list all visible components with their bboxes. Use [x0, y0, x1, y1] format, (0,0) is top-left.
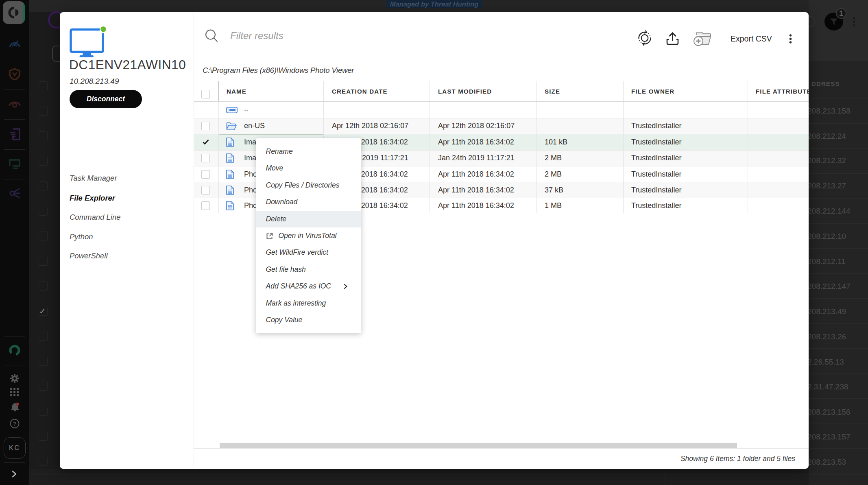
svg-text:?: ? — [13, 421, 16, 427]
